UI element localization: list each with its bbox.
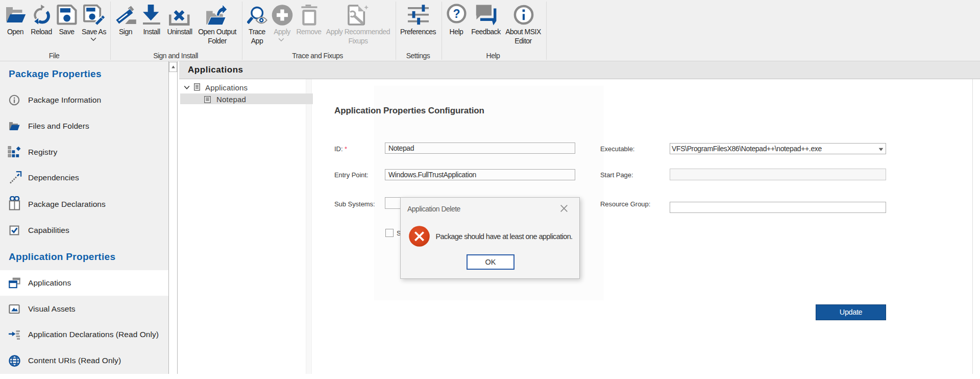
svg-text:?: ? [453, 7, 460, 20]
